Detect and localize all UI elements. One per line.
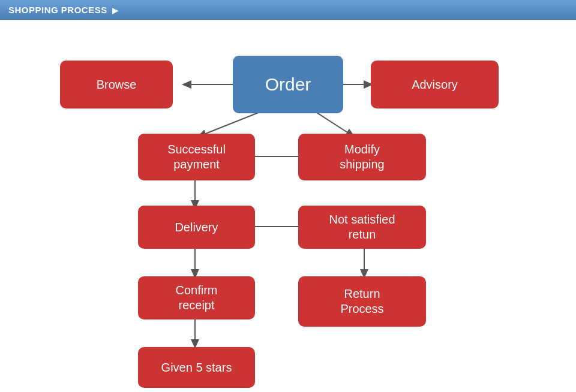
not-satisfied-node: Not satisfied retun xyxy=(298,206,426,249)
page-header: SHOPPING PROCESS ▶ xyxy=(0,0,576,20)
given-5-stars-node: Given 5 stars xyxy=(138,347,255,388)
return-process-node: Return Process xyxy=(298,276,426,327)
page-title: SHOPPING PROCESS xyxy=(8,5,107,15)
header-arrow: ▶ xyxy=(112,5,119,15)
order-node: Order xyxy=(233,56,343,113)
advisory-node: Advisory xyxy=(371,61,499,108)
modify-shipping-node: Modify shipping xyxy=(298,134,426,180)
successful-payment-node: Successful payment xyxy=(138,134,255,180)
diagram-area: Browse Order Advisory Successful payment… xyxy=(0,20,576,388)
delivery-node: Delivery xyxy=(138,206,255,249)
confirm-receipt-node: Confirm receipt xyxy=(138,276,255,319)
browse-node: Browse xyxy=(60,61,173,108)
